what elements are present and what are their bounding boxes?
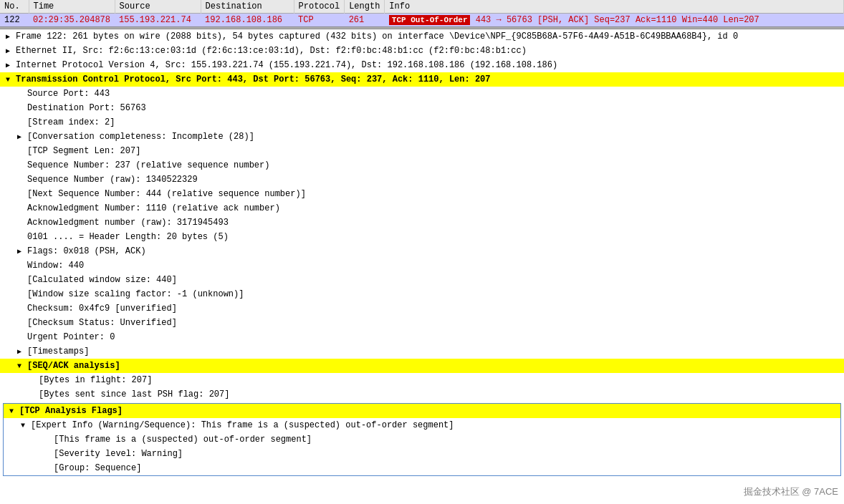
expert-info-row[interactable]: [Expert Info (Warning/Sequence): This fr…	[4, 418, 840, 432]
group-row: [Group: Sequence]	[4, 461, 840, 475]
col-header-info[interactable]: Info	[385, 0, 844, 14]
this-frame-row: [This frame is a (suspected) out-of-orde…	[4, 432, 840, 447]
severity-text: [Severity level: Warning]	[54, 449, 183, 459]
expert-info-arrow[interactable]	[21, 420, 31, 431]
ip-detail-text: Internet Protocol Version 4, Src: 155.19…	[16, 60, 557, 70]
urgent-pointer-text: Urgent Pointer: 0	[27, 332, 115, 342]
timestamps-row[interactable]: [Timestamps]	[0, 344, 844, 359]
tcp-analysis-flags-arrow[interactable]	[9, 406, 19, 417]
ack-num-raw-text: Acknowledgment number (raw): 3171945493	[27, 218, 229, 228]
dst-port-text: Destination Port: 56763	[27, 103, 146, 113]
ethernet-detail-row[interactable]: Ethernet II, Src: f2:6c:13:ce:03:1d (f2:…	[0, 44, 844, 58]
group-text: [Group: Sequence]	[54, 463, 141, 473]
packet-list-table: No. Time Source Destination Protocol Len…	[0, 0, 844, 26]
packet-destination: 192.168.108.186	[201, 14, 294, 27]
tcp-expand-arrow[interactable]	[6, 74, 16, 85]
detail-pane: Frame 122: 261 bytes on wire (2088 bits)…	[0, 29, 844, 476]
conversation-text: [Conversation completeness: Incomplete (…	[27, 132, 254, 142]
checksum-text: Checksum: 0x4fc9 [unverified]	[27, 304, 177, 314]
ack-num-raw-row: Acknowledgment number (raw): 3171945493	[0, 215, 844, 230]
tcp-seg-len-row: [TCP Segment Len: 207]	[0, 144, 844, 158]
flags-expand-arrow[interactable]	[17, 246, 27, 257]
ack-num-text: Acknowledgment Number: 1110 (relative ac…	[27, 203, 280, 213]
calc-window-text: [Calculated window size: 440]	[27, 275, 177, 285]
tcp-seg-len-text: [TCP Segment Len: 207]	[27, 146, 140, 156]
seq-num-raw-text: Sequence Number (raw): 1340522329	[27, 175, 198, 185]
seq-ack-expand-arrow[interactable]	[17, 361, 27, 372]
window-text: Window: 440	[27, 261, 84, 271]
stream-index-row: [Stream index: 2]	[0, 115, 844, 130]
window-row: Window: 440	[0, 258, 844, 273]
tcp-out-of-order-badge: TCP Out-Of-Order	[389, 15, 471, 25]
next-seq-text: [Next Sequence Number: 444 (relative seq…	[27, 189, 306, 199]
col-header-no[interactable]: No.	[0, 0, 29, 14]
col-header-protocol[interactable]: Protocol	[294, 0, 345, 14]
severity-row: [Severity level: Warning]	[4, 447, 840, 461]
packet-no: 122	[0, 14, 29, 27]
header-len-row: 0101 .... = Header Length: 20 bytes (5)	[0, 230, 844, 244]
packet-time: 02:29:35.204878	[29, 14, 115, 27]
frame-detail-row[interactable]: Frame 122: 261 bytes on wire (2088 bits)…	[0, 29, 844, 44]
tcp-analysis-flags-text: [TCP Analysis Flags]	[19, 406, 123, 416]
checksum-row: Checksum: 0x4fc9 [unverified]	[0, 301, 844, 316]
flags-row[interactable]: Flags: 0x018 (PSH, ACK)	[0, 244, 844, 258]
tcp-analysis-flags-box: [TCP Analysis Flags] [Expert Info (Warni…	[3, 403, 841, 476]
dst-port-row: Destination Port: 56763	[0, 101, 844, 115]
seq-ack-row[interactable]: [SEQ/ACK analysis]	[0, 359, 844, 373]
bytes-since-psh-text: [Bytes sent since last PSH flag: 207]	[39, 389, 229, 399]
packet-row[interactable]: 122 02:29:35.204878 155.193.221.74 192.1…	[0, 14, 844, 27]
seq-num-raw-row: Sequence Number (raw): 1340522329	[0, 173, 844, 187]
tcp-analysis-flags-row[interactable]: [TCP Analysis Flags]	[4, 404, 840, 418]
ethernet-expand-arrow[interactable]	[6, 46, 16, 57]
packet-protocol: TCP	[294, 14, 345, 27]
header-len-text: 0101 .... = Header Length: 20 bytes (5)	[27, 232, 229, 242]
bytes-since-psh-row: [Bytes sent since last PSH flag: 207]	[0, 387, 844, 402]
frame-expand-arrow[interactable]	[6, 32, 16, 42]
col-header-source[interactable]: Source	[115, 0, 201, 14]
ip-detail-row[interactable]: Internet Protocol Version 4, Src: 155.19…	[0, 58, 844, 72]
bytes-in-flight-text: [Bytes in flight: 207]	[39, 375, 152, 385]
timestamps-text: [Timestamps]	[27, 346, 89, 357]
calc-window-row: [Calculated window size: 440]	[0, 273, 844, 287]
window-scaling-row: [Window size scaling factor: -1 (unknown…	[0, 287, 844, 301]
src-port-text: Source Port: 443	[27, 89, 110, 99]
seq-ack-text: [SEQ/ACK analysis]	[27, 361, 120, 371]
packet-info: TCP Out-Of-Order 443 → 56763 [PSH, ACK] …	[385, 14, 844, 27]
tcp-detail-row[interactable]: Transmission Control Protocol, Src Port:…	[0, 72, 844, 87]
window-scaling-text: [Window size scaling factor: -1 (unknown…	[27, 289, 244, 299]
conversation-expand-arrow[interactable]	[17, 132, 27, 142]
conversation-row[interactable]: [Conversation completeness: Incomplete (…	[0, 130, 844, 144]
bytes-in-flight-row: [Bytes in flight: 207]	[0, 373, 844, 387]
src-port-row: Source Port: 443	[0, 87, 844, 101]
flags-text: Flags: 0x018 (PSH, ACK)	[27, 246, 146, 256]
ethernet-detail-text: Ethernet II, Src: f2:6c:13:ce:03:1d (f2:…	[16, 46, 527, 56]
col-header-time[interactable]: Time	[29, 0, 115, 14]
urgent-pointer-row: Urgent Pointer: 0	[0, 330, 844, 344]
timestamps-expand-arrow[interactable]	[17, 346, 27, 357]
ack-num-row: Acknowledgment Number: 1110 (relative ac…	[0, 201, 844, 215]
packet-length: 261	[345, 14, 385, 27]
packet-info-text: 443 → 56763 [PSH, ACK] Seq=237 Ack=1110 …	[470, 15, 759, 25]
stream-index-text: [Stream index: 2]	[27, 117, 115, 127]
frame-detail-text: Frame 122: 261 bytes on wire (2088 bits)…	[16, 32, 738, 42]
tcp-detail-text: Transmission Control Protocol, Src Port:…	[16, 74, 491, 84]
col-header-length[interactable]: Length	[345, 0, 385, 14]
checksum-status-text: [Checksum Status: Unverified]	[27, 318, 177, 328]
col-header-destination[interactable]: Destination	[201, 0, 294, 14]
checksum-status-row: [Checksum Status: Unverified]	[0, 316, 844, 330]
packet-source: 155.193.221.74	[115, 14, 201, 27]
next-seq-row: [Next Sequence Number: 444 (relative seq…	[0, 187, 844, 201]
this-frame-text: [This frame is a (suspected) out-of-orde…	[54, 435, 312, 445]
seq-num-row: Sequence Number: 237 (relative sequence …	[0, 158, 844, 173]
seq-num-text: Sequence Number: 237 (relative sequence …	[27, 160, 269, 170]
expert-info-text: [Expert Info (Warning/Sequence): This fr…	[31, 420, 454, 430]
ip-expand-arrow[interactable]	[6, 60, 16, 71]
